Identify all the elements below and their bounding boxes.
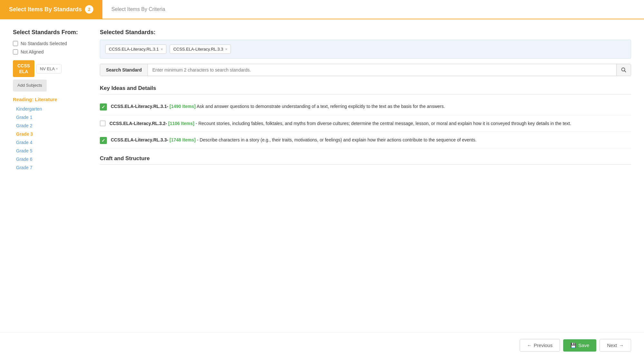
grade-item-grade7[interactable]: Grade 7 — [13, 163, 87, 172]
tab-standards-badge: 2 — [85, 5, 93, 14]
no-standards-checkbox-item: No Standards Selected — [13, 41, 87, 46]
nv-ela-close-icon[interactable]: × — [56, 67, 58, 71]
selected-tags-box: CCSS.ELA-Literacy.RL.3.1 × CCSS.ELA-Lite… — [100, 40, 631, 59]
standard-text-0: CCSS.ELA-Literacy.RL.3.1- [1490 Items] A… — [111, 103, 445, 110]
subject-tabs: CCSSELA NV ELA × — [13, 60, 87, 77]
standard-desc-0: Ask and answer questions to demonstrate … — [197, 104, 445, 109]
svg-line-1 — [625, 71, 626, 72]
standard-checkbox-1[interactable] — [100, 121, 106, 126]
sidebar: Select Standards From: No Standards Sele… — [13, 29, 87, 300]
standard-tag-label-1: CCSS.ELA-Literacy.RL.3.3 — [173, 47, 223, 52]
main-container: Select Standards From: No Standards Sele… — [0, 19, 644, 309]
grade-item-grade5[interactable]: Grade 5 — [13, 147, 87, 155]
grade-item-grade3[interactable]: Grade 3 — [13, 130, 87, 138]
grade-category: Reading: Literature — [13, 97, 87, 102]
standard-tag-close-0[interactable]: × — [161, 47, 163, 52]
content-area: Selected Standards: CCSS.ELA-Literacy.RL… — [100, 29, 631, 300]
standard-item-1: CCSS.ELA-Literacy.RL.3.2- [1106 Items] -… — [100, 115, 631, 132]
search-input[interactable] — [148, 64, 616, 76]
grade-item-grade1[interactable]: Grade 1 — [13, 113, 87, 121]
standard-code-1: CCSS.ELA-Literacy.RL.3.2- — [109, 121, 167, 126]
standard-item-0: CCSS.ELA-Literacy.RL.3.1- [1490 Items] A… — [100, 98, 631, 115]
standard-item-2: CCSS.ELA-Literacy.RL.3.3- [1748 Items] -… — [100, 132, 631, 149]
standard-checkbox-0[interactable] — [100, 103, 107, 111]
subject-tab-nv-ela[interactable]: NV ELA × — [36, 64, 62, 73]
sidebar-title: Select Standards From: — [13, 29, 87, 36]
standard-count-1: [1106 Items] — [168, 121, 194, 126]
search-icon[interactable] — [616, 64, 631, 76]
standard-count-0: [1490 Items] — [170, 104, 196, 109]
no-standards-label: No Standards Selected — [21, 41, 67, 46]
standard-text-1: CCSS.ELA-Literacy.RL.3.2- [1106 Items] -… — [109, 120, 571, 127]
standard-tag-close-1[interactable]: × — [225, 47, 227, 52]
tab-standards-label: Select Items By Standards — [9, 6, 82, 13]
search-standard-button[interactable]: Search Standard — [100, 64, 148, 76]
not-aligned-checkbox-item: Not Aligned — [13, 49, 87, 54]
nv-ela-label: NV ELA — [40, 66, 55, 71]
not-aligned-checkbox[interactable] — [13, 49, 18, 54]
grade-item-grade4[interactable]: Grade 4 — [13, 138, 87, 147]
standard-tag-1: CCSS.ELA-Literacy.RL.3.3 × — [170, 44, 231, 54]
not-aligned-label: Not Aligned — [21, 49, 44, 54]
standard-checkbox-2[interactable] — [100, 137, 107, 144]
tab-criteria[interactable]: Select Items By Criteria — [102, 0, 174, 19]
standard-code-0: CCSS.ELA-Literacy.RL.3.1- — [111, 104, 168, 109]
tab-criteria-label: Select Items By Criteria — [111, 6, 165, 12]
standard-desc-2: - Describe characters in a story (e.g., … — [197, 137, 476, 142]
standard-text-2: CCSS.ELA-Literacy.RL.3.3- [1748 Items] -… — [111, 136, 477, 143]
standard-code-2: CCSS.ELA-Literacy.RL.3.3- — [111, 137, 168, 142]
selected-standards-title: Selected Standards: — [100, 29, 631, 36]
grade-item-grade6[interactable]: Grade 6 — [13, 155, 87, 163]
header-tabs: Select Items By Standards 2 Select Items… — [0, 0, 644, 19]
section-craft: Craft and Structure — [100, 155, 631, 165]
no-standards-checkbox[interactable] — [13, 41, 18, 46]
standard-tag-0: CCSS.ELA-Literacy.RL.3.1 × — [105, 44, 166, 54]
grade-item-grade2[interactable]: Grade 2 — [13, 121, 87, 130]
search-bar: Search Standard — [100, 64, 631, 76]
grade-item-kindergarten[interactable]: Kindergarten — [13, 105, 87, 113]
tab-standards[interactable]: Select Items By Standards 2 — [0, 0, 102, 19]
add-subjects-button[interactable]: Add Subjects — [13, 80, 47, 92]
standard-desc-1: - Recount stories, including fables, fol… — [195, 121, 571, 126]
craft-section: Craft and Structure — [100, 155, 631, 165]
subject-tab-ccss-ela[interactable]: CCSSELA — [13, 60, 34, 77]
standard-tag-label-0: CCSS.ELA-Literacy.RL.3.1 — [109, 47, 159, 52]
section-key-ideas: Key Ideas and Details — [100, 85, 631, 94]
grade-list: Reading: Literature Kindergarten Grade 1… — [13, 97, 87, 172]
standard-count-2: [1748 Items] — [170, 137, 196, 142]
